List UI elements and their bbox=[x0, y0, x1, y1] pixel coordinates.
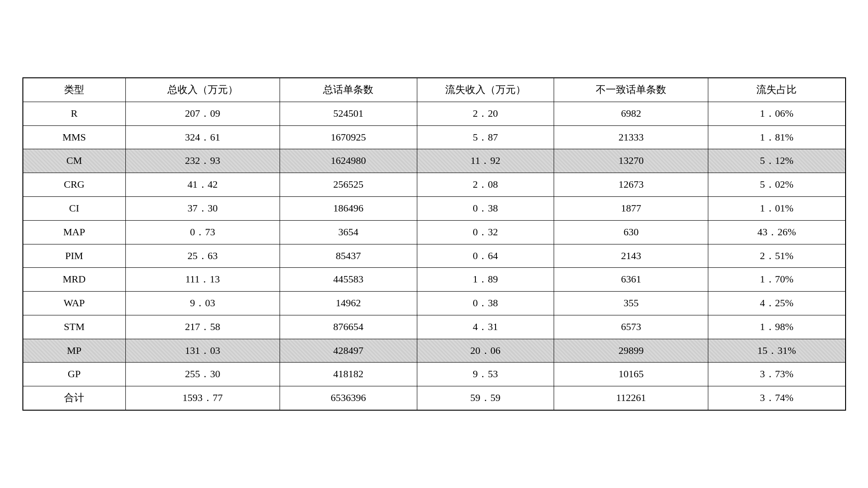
data-table: 类型 总收入（万元） 总话单条数 流失收入（万元） 不一致话单条数 流失占比 R… bbox=[22, 77, 846, 411]
cell-lost-revenue: 59．59 bbox=[417, 386, 554, 410]
cell-lost-revenue: 5．87 bbox=[417, 125, 554, 149]
cell-inconsistent-calls: 6573 bbox=[554, 315, 708, 339]
table-row: MAP0．7336540．3263043．26% bbox=[23, 220, 846, 244]
cell-total-revenue: 111．13 bbox=[125, 268, 280, 292]
cell-inconsistent-calls: 12673 bbox=[554, 173, 708, 197]
cell-type: MAP bbox=[23, 220, 126, 244]
cell-type: MMS bbox=[23, 125, 126, 149]
cell-type: CRG bbox=[23, 173, 126, 197]
cell-lost-revenue: 4．31 bbox=[417, 315, 554, 339]
cell-lost-ratio: 3．74% bbox=[708, 386, 846, 410]
cell-total-revenue: 324．61 bbox=[125, 125, 280, 149]
cell-inconsistent-calls: 630 bbox=[554, 220, 708, 244]
cell-lost-ratio: 1．81% bbox=[708, 125, 846, 149]
cell-total-revenue: 41．42 bbox=[125, 173, 280, 197]
cell-total-revenue: 217．58 bbox=[125, 315, 280, 339]
cell-total-calls: 524501 bbox=[280, 102, 417, 125]
cell-total-revenue: 37．30 bbox=[125, 196, 280, 220]
table-row: PIM25．63854370．6421432．51% bbox=[23, 244, 846, 268]
header-type: 类型 bbox=[23, 78, 126, 102]
cell-lost-ratio: 3．73% bbox=[708, 363, 846, 386]
cell-total-calls: 256525 bbox=[280, 173, 417, 197]
cell-inconsistent-calls: 29899 bbox=[554, 339, 708, 363]
cell-lost-revenue: 1．89 bbox=[417, 268, 554, 292]
cell-lost-ratio: 2．51% bbox=[708, 244, 846, 268]
cell-total-calls: 876654 bbox=[280, 315, 417, 339]
cell-lost-revenue: 20．06 bbox=[417, 339, 554, 363]
cell-lost-ratio: 1．70% bbox=[708, 268, 846, 292]
cell-type: GP bbox=[23, 363, 126, 386]
cell-lost-revenue: 0．64 bbox=[417, 244, 554, 268]
cell-total-calls: 1670925 bbox=[280, 125, 417, 149]
cell-lost-ratio: 1．98% bbox=[708, 315, 846, 339]
table-row: GP255．304181829．53101653．73% bbox=[23, 363, 846, 386]
cell-type: MRD bbox=[23, 268, 126, 292]
cell-total-calls: 186496 bbox=[280, 196, 417, 220]
cell-total-calls: 6536396 bbox=[280, 386, 417, 410]
cell-inconsistent-calls: 1877 bbox=[554, 196, 708, 220]
header-row: 类型 总收入（万元） 总话单条数 流失收入（万元） 不一致话单条数 流失占比 bbox=[23, 78, 846, 102]
table-row: CI37．301864960．3818771．01% bbox=[23, 196, 846, 220]
cell-lost-revenue: 11．92 bbox=[417, 149, 554, 173]
cell-total-revenue: 255．30 bbox=[125, 363, 280, 386]
cell-lost-ratio: 5．12% bbox=[708, 149, 846, 173]
cell-type: WAP bbox=[23, 292, 126, 315]
cell-total-calls: 428497 bbox=[280, 339, 417, 363]
cell-total-revenue: 25．63 bbox=[125, 244, 280, 268]
cell-total-revenue: 9．03 bbox=[125, 292, 280, 315]
cell-lost-ratio: 43．26% bbox=[708, 220, 846, 244]
table-row: MMS324．6116709255．87213331．81% bbox=[23, 125, 846, 149]
table-row: CM232．93162498011．92132705．12% bbox=[23, 149, 846, 173]
header-lost-revenue: 流失收入（万元） bbox=[417, 78, 554, 102]
cell-total-revenue: 131．03 bbox=[125, 339, 280, 363]
table-row: R207．095245012．2069821．06% bbox=[23, 102, 846, 125]
cell-total-revenue: 0．73 bbox=[125, 220, 280, 244]
header-total-calls: 总话单条数 bbox=[280, 78, 417, 102]
cell-lost-ratio: 1．01% bbox=[708, 196, 846, 220]
cell-inconsistent-calls: 13270 bbox=[554, 149, 708, 173]
header-total-revenue: 总收入（万元） bbox=[125, 78, 280, 102]
cell-total-calls: 3654 bbox=[280, 220, 417, 244]
header-inconsistent-calls: 不一致话单条数 bbox=[554, 78, 708, 102]
table-row: STM217．588766544．3165731．98% bbox=[23, 315, 846, 339]
cell-inconsistent-calls: 6982 bbox=[554, 102, 708, 125]
cell-type: PIM bbox=[23, 244, 126, 268]
cell-lost-revenue: 2．08 bbox=[417, 173, 554, 197]
cell-inconsistent-calls: 112261 bbox=[554, 386, 708, 410]
cell-total-revenue: 232．93 bbox=[125, 149, 280, 173]
table-row: MP131．0342849720．062989915．31% bbox=[23, 339, 846, 363]
cell-lost-revenue: 0．32 bbox=[417, 220, 554, 244]
cell-total-calls: 14962 bbox=[280, 292, 417, 315]
cell-total-calls: 1624980 bbox=[280, 149, 417, 173]
cell-total-calls: 445583 bbox=[280, 268, 417, 292]
cell-lost-ratio: 1．06% bbox=[708, 102, 846, 125]
cell-total-revenue: 207．09 bbox=[125, 102, 280, 125]
cell-type: STM bbox=[23, 315, 126, 339]
main-container: 类型 总收入（万元） 总话单条数 流失收入（万元） 不一致话单条数 流失占比 R… bbox=[22, 77, 846, 411]
cell-lost-revenue: 0．38 bbox=[417, 292, 554, 315]
cell-inconsistent-calls: 6361 bbox=[554, 268, 708, 292]
cell-total-revenue: 1593．77 bbox=[125, 386, 280, 410]
cell-type: CI bbox=[23, 196, 126, 220]
cell-inconsistent-calls: 2143 bbox=[554, 244, 708, 268]
table-row: CRG41．422565252．08126735．02% bbox=[23, 173, 846, 197]
cell-inconsistent-calls: 355 bbox=[554, 292, 708, 315]
cell-lost-ratio: 5．02% bbox=[708, 173, 846, 197]
cell-inconsistent-calls: 10165 bbox=[554, 363, 708, 386]
cell-total-calls: 85437 bbox=[280, 244, 417, 268]
table-row: 合计1593．77653639659．591122613．74% bbox=[23, 386, 846, 410]
cell-type: R bbox=[23, 102, 126, 125]
cell-total-calls: 418182 bbox=[280, 363, 417, 386]
cell-type: 合计 bbox=[23, 386, 126, 410]
table-row: MRD111．134455831．8963611．70% bbox=[23, 268, 846, 292]
cell-lost-ratio: 4．25% bbox=[708, 292, 846, 315]
cell-inconsistent-calls: 21333 bbox=[554, 125, 708, 149]
header-lost-ratio: 流失占比 bbox=[708, 78, 846, 102]
cell-lost-revenue: 9．53 bbox=[417, 363, 554, 386]
cell-lost-ratio: 15．31% bbox=[708, 339, 846, 363]
table-row: WAP9．03149620．383554．25% bbox=[23, 292, 846, 315]
cell-lost-revenue: 0．38 bbox=[417, 196, 554, 220]
cell-type: MP bbox=[23, 339, 126, 363]
cell-type: CM bbox=[23, 149, 126, 173]
cell-lost-revenue: 2．20 bbox=[417, 102, 554, 125]
